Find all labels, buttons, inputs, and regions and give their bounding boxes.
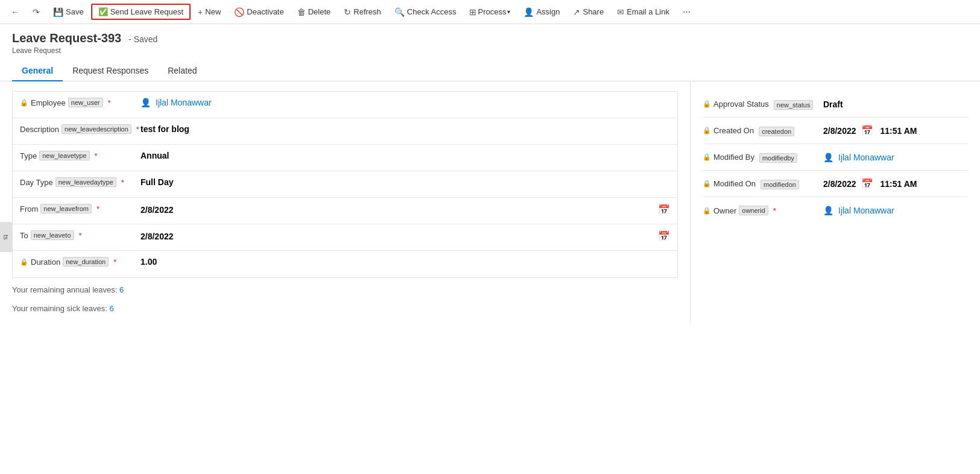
owner-label-area: 🔒 Owner ownerid * bbox=[703, 206, 823, 215]
share-button[interactable]: ↗ Share bbox=[567, 5, 610, 19]
day-type-value: Full Day bbox=[141, 177, 173, 187]
to-value-area: 2/8/2022 📅 bbox=[141, 230, 670, 242]
created-on-value-area: 2/8/2022 📅 11:51 AM bbox=[823, 125, 968, 136]
owner-value[interactable]: Ijlal Monawwar bbox=[838, 206, 894, 215]
process-button[interactable]: ⊞ Process ▾ bbox=[463, 5, 516, 19]
assign-button[interactable]: 👤 Assign bbox=[517, 5, 566, 19]
approval-status-label-area: 🔒 Approval Status new_status bbox=[703, 99, 823, 110]
remaining-annual-number: 6 bbox=[119, 285, 124, 294]
process-dropdown-icon: ▾ bbox=[507, 8, 510, 15]
left-panel: 🔒 Employee new_user * 👤 Ijlal Monawwar D… bbox=[0, 81, 691, 325]
type-label-area: Type new_leavetype * bbox=[20, 151, 141, 160]
assign-icon: 👤 bbox=[523, 7, 534, 17]
description-label-area: Description new_leavedescription * bbox=[20, 124, 141, 134]
right-field-row-modified-on: 🔒 Modified On modifiedon 2/8/2022 📅 11:5… bbox=[703, 171, 968, 197]
owner-value-area: 👤 Ijlal Monawwar bbox=[823, 206, 968, 215]
trash-icon: 🗑 bbox=[297, 7, 306, 17]
send-leave-request-button[interactable]: ✅ Send Leave Request bbox=[91, 4, 191, 20]
right-field-row-owner: 🔒 Owner ownerid * 👤 Ijlal Monawwar bbox=[703, 197, 968, 224]
plus-icon: + bbox=[198, 7, 203, 17]
refresh-button[interactable]: ↻ Refresh bbox=[338, 5, 387, 19]
tab-related[interactable]: Related bbox=[158, 61, 206, 81]
duration-label-area: 🔒 Duration new_duration * bbox=[20, 257, 141, 267]
new-button[interactable]: + New bbox=[192, 5, 227, 19]
field-row-to: To new_leaveto * 2/8/2022 📅 bbox=[13, 224, 677, 251]
deactivate-icon: 🚫 bbox=[234, 7, 244, 17]
from-calendar-icon[interactable]: 📅 bbox=[658, 204, 670, 215]
modified-by-value[interactable]: Ijlal Monawwar bbox=[838, 153, 894, 162]
type-value: Annual bbox=[141, 151, 169, 160]
page-title: Leave Request-393 - Saved bbox=[12, 31, 968, 45]
modified-on-label-area: 🔒 Modified On modifiedon bbox=[703, 179, 823, 189]
approval-status-value-area: Draft bbox=[823, 100, 968, 109]
created-on-calendar-icon[interactable]: 📅 bbox=[861, 125, 873, 136]
deactivate-button[interactable]: 🚫 Deactivate bbox=[228, 5, 289, 19]
type-value-area: Annual bbox=[141, 151, 670, 160]
email-icon: ✉ bbox=[617, 7, 624, 17]
modified-on-date: 2/8/2022 bbox=[823, 179, 856, 189]
toolbar: ← ↷ 💾 Save ✅ Send Leave Request + New 🚫 … bbox=[0, 0, 980, 24]
modified-on-lock-icon: 🔒 bbox=[703, 180, 711, 188]
check-access-button[interactable]: 🔍 Check Access bbox=[388, 5, 463, 19]
duration-value: 1.00 bbox=[141, 257, 157, 267]
employee-label-area: 🔒 Employee new_user * bbox=[20, 98, 141, 107]
tab-general[interactable]: General bbox=[12, 61, 63, 81]
modified-on-value-area: 2/8/2022 📅 11:51 AM bbox=[823, 178, 968, 189]
right-panel: 🔒 Approval Status new_status Draft 🔒 Cre… bbox=[691, 81, 980, 325]
modified-by-value-area: 👤 Ijlal Monawwar bbox=[823, 153, 968, 162]
day-type-label-area: Day Type new_leavedaytype * bbox=[20, 177, 141, 187]
check-access-icon: 🔍 bbox=[394, 7, 405, 17]
remaining-sick-info: Your remaining sick leaves: 6 bbox=[12, 297, 678, 315]
field-row-description: Description new_leavedescription * test … bbox=[13, 118, 677, 145]
description-value-area: test for blog bbox=[141, 124, 670, 134]
back-button[interactable]: ← bbox=[5, 5, 25, 19]
save-button[interactable]: 💾 Save bbox=[47, 5, 90, 19]
left-edge-tab[interactable]: ts bbox=[0, 222, 12, 252]
remaining-annual-info: Your remaining annual leaves: 6 bbox=[12, 278, 678, 297]
employee-person-icon: 👤 bbox=[141, 98, 151, 107]
left-field-section: 🔒 Employee new_user * 👤 Ijlal Monawwar D… bbox=[12, 91, 678, 278]
modified-on-time: 11:51 AM bbox=[880, 179, 917, 189]
right-field-row-approval-status: 🔒 Approval Status new_status Draft bbox=[703, 91, 968, 118]
modified-by-lock-icon: 🔒 bbox=[703, 153, 711, 161]
field-row-employee: 🔒 Employee new_user * 👤 Ijlal Monawwar bbox=[13, 92, 677, 118]
from-value: 2/8/2022 bbox=[141, 205, 174, 215]
forward-icon: ↷ bbox=[33, 7, 40, 17]
from-value-area: 2/8/2022 📅 bbox=[141, 204, 670, 215]
field-row-from: From new_leavefrom * 2/8/2022 📅 bbox=[13, 198, 677, 224]
modified-on-calendar-icon[interactable]: 📅 bbox=[861, 178, 873, 189]
right-field-row-modified-by: 🔒 Modified By modifiedby 👤 Ijlal Monawwa… bbox=[703, 144, 968, 171]
to-value: 2/8/2022 bbox=[141, 232, 174, 241]
process-icon: ⊞ bbox=[469, 7, 476, 17]
forward-button[interactable]: ↷ bbox=[27, 5, 46, 19]
email-link-button[interactable]: ✉ Email a Link bbox=[611, 5, 675, 19]
created-on-lock-icon: 🔒 bbox=[703, 127, 711, 134]
from-label-area: From new_leavefrom * bbox=[20, 204, 141, 213]
main-content: 🔒 Employee new_user * 👤 Ijlal Monawwar D… bbox=[0, 81, 980, 325]
right-field-row-created-on: 🔒 Created On createdon 2/8/2022 📅 11:51 … bbox=[703, 118, 968, 144]
employee-value-area: 👤 Ijlal Monawwar bbox=[141, 98, 670, 107]
save-icon: 💾 bbox=[53, 7, 63, 17]
check-circle-icon: ✅ bbox=[98, 7, 108, 16]
to-label-area: To new_leaveto * bbox=[20, 230, 141, 240]
employee-value[interactable]: Ijlal Monawwar bbox=[156, 98, 212, 107]
to-calendar-icon[interactable]: 📅 bbox=[658, 230, 670, 242]
employee-lock-icon: 🔒 bbox=[20, 99, 28, 107]
created-on-time: 11:51 AM bbox=[880, 126, 917, 136]
page-subtitle: Leave Request bbox=[12, 46, 968, 55]
approval-status-lock-icon: 🔒 bbox=[703, 100, 711, 108]
refresh-icon: ↻ bbox=[344, 7, 351, 17]
field-row-duration: 🔒 Duration new_duration * 1.00 bbox=[13, 251, 677, 277]
more-button[interactable]: ⋯ bbox=[677, 5, 697, 19]
remaining-sick-number: 6 bbox=[109, 304, 113, 313]
share-icon: ↗ bbox=[573, 7, 580, 17]
delete-button[interactable]: 🗑 Delete bbox=[291, 5, 337, 19]
modified-by-label-area: 🔒 Modified By modifiedby bbox=[703, 152, 823, 163]
approval-status-value: Draft bbox=[823, 100, 843, 109]
description-value: test for blog bbox=[141, 124, 189, 134]
created-on-label-area: 🔒 Created On createdon bbox=[703, 125, 823, 136]
tab-request-responses[interactable]: Request Responses bbox=[63, 61, 158, 81]
page-title-area: Leave Request-393 - Saved Leave Request bbox=[0, 24, 980, 55]
owner-person-icon: 👤 bbox=[823, 206, 833, 215]
day-type-value-area: Full Day bbox=[141, 177, 670, 187]
